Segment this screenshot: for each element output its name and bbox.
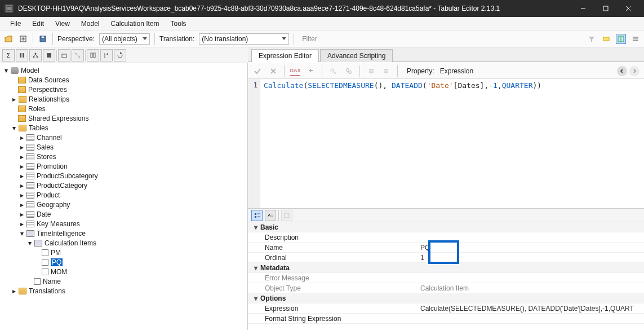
columns-icon[interactable]: [16, 49, 28, 61]
tree-table-key-measures[interactable]: ▸Key Measures: [1, 219, 246, 228]
propgrid-pages-icon[interactable]: [281, 210, 292, 221]
propgrid-category-options[interactable]: ▾Options: [248, 293, 644, 303]
indent-icon[interactable]: [366, 66, 376, 76]
menu-calculation-item[interactable]: Calculation Item: [106, 19, 164, 29]
save-icon[interactable]: [38, 34, 48, 44]
menu-model[interactable]: Model: [77, 19, 104, 29]
tree-table-product[interactable]: ▸Product: [1, 190, 246, 200]
tree-table-stores[interactable]: ▸Stores: [1, 152, 246, 161]
tree-ci-mom[interactable]: MOM: [1, 267, 246, 276]
property-grid[interactable]: ▾Basic Description NamePQ Ordinal1 ▾Meta…: [248, 222, 644, 330]
tree-perspectives[interactable]: Perspectives: [1, 85, 246, 94]
tree-translations[interactable]: ▸Translations: [1, 286, 246, 296]
folder-icon: [18, 105, 26, 112]
tree-model[interactable]: ▾Model: [1, 65, 246, 75]
propgrid-row-object-type[interactable]: Object TypeCalculation Item: [248, 283, 644, 293]
tree-relationships[interactable]: ▸Relationships: [1, 94, 246, 104]
separator: [359, 65, 360, 77]
svg-rect-18: [47, 53, 51, 58]
tree-table-sales[interactable]: ▸Sales: [1, 142, 246, 152]
categorized-icon[interactable]: [251, 210, 263, 221]
perspective-label: Perspective:: [57, 35, 95, 43]
svg-rect-21: [91, 53, 92, 58]
tree-table-date[interactable]: ▸Date: [1, 209, 246, 219]
partition-icon[interactable]: [43, 49, 55, 61]
svg-point-29: [349, 71, 352, 73]
tree-calculation-items[interactable]: ▾Calculation Items: [1, 238, 246, 248]
menu-tools[interactable]: Tools: [166, 19, 191, 29]
tree-shared-expressions[interactable]: Shared Expressions: [1, 113, 246, 123]
outdent-icon[interactable]: [381, 66, 392, 76]
menu-edit[interactable]: Edit: [28, 19, 48, 29]
replace-icon[interactable]: [344, 66, 354, 76]
tree-table-geography[interactable]: ▸Geography: [1, 200, 246, 209]
table-icon: [26, 221, 34, 227]
dax-formatter-icon[interactable]: DAX: [290, 66, 300, 76]
menu-view[interactable]: View: [51, 19, 74, 29]
expression-editor[interactable]: 1 Calculate(SELECTEDMEASURE(), DATEADD('…: [248, 79, 644, 209]
comment-icon[interactable]: [306, 66, 316, 76]
menu-file[interactable]: File: [6, 19, 25, 29]
tree-tables[interactable]: ▾Tables: [1, 123, 246, 133]
minimize-button[interactable]: [572, 0, 594, 17]
table-icon: [26, 211, 34, 218]
find-icon[interactable]: [328, 66, 338, 76]
filter-icon[interactable]: [587, 34, 597, 44]
tree-table-productcategory[interactable]: ▸ProductCategory: [1, 181, 246, 190]
tab-advanced-scripting[interactable]: Advanced Scripting: [320, 49, 393, 62]
panel-view-icon[interactable]: [616, 34, 626, 44]
alpha-sort-icon[interactable]: A: [100, 49, 113, 61]
nav-forward-icon[interactable]: [629, 66, 639, 76]
tree-table-productsubcategory[interactable]: ▸ProductSubcategory: [1, 171, 246, 181]
tree-roles[interactable]: Roles: [1, 104, 246, 113]
propgrid-row-description[interactable]: Description: [248, 232, 644, 243]
maximize-button[interactable]: [594, 0, 617, 17]
tree-column-name[interactable]: Name: [1, 276, 246, 286]
sigma-icon[interactable]: Σ: [2, 49, 15, 61]
calc-group-icon: [34, 240, 42, 247]
alphabetical-icon[interactable]: A↓: [265, 210, 276, 221]
calc-item-icon: [42, 249, 48, 256]
propgrid-category-basic[interactable]: ▾Basic: [248, 222, 644, 232]
column-icon: [34, 278, 41, 285]
display-folder-icon[interactable]: [58, 49, 70, 61]
tree-table-promotion[interactable]: ▸Promotion: [1, 161, 246, 171]
menu-bar: File Edit View Model Calculation Item To…: [0, 17, 644, 30]
property-dropdown[interactable]: Expression: [440, 67, 545, 75]
perspective-dropdown[interactable]: (All objects): [99, 33, 150, 45]
nav-back-icon[interactable]: [617, 66, 627, 76]
translation-dropdown[interactable]: (No translation): [199, 33, 289, 45]
tree-ci-pq[interactable]: PQ: [1, 257, 246, 267]
filter-input[interactable]: Filter: [299, 32, 582, 46]
tree-data-sources[interactable]: Data Sources: [1, 75, 246, 85]
tab-expression-editor[interactable]: Expression Editor: [251, 49, 319, 62]
close-button[interactable]: [617, 0, 639, 17]
highlight-icon[interactable]: [601, 34, 611, 44]
window-title: DESKTOP-HH1V9AQ\AnalysisServicesWorkspac…: [18, 5, 572, 12]
model-tree[interactable]: ▾Model Data Sources Perspectives ▸Relati…: [0, 63, 248, 330]
deploy-icon[interactable]: [18, 34, 28, 44]
list-view-icon[interactable]: [630, 34, 641, 44]
propgrid-category-metadata[interactable]: ▾Metadata: [248, 263, 644, 273]
propgrid-row-expression[interactable]: ExpressionCalculate(SELECTEDMEASURE(), D…: [248, 303, 644, 314]
hidden-icon[interactable]: [72, 49, 84, 61]
accept-icon[interactable]: [252, 66, 263, 76]
chevron-down-icon: [143, 37, 147, 40]
code-area[interactable]: Calculate(SELECTEDMEASURE(), DATEADD('Da…: [260, 79, 644, 208]
cancel-icon[interactable]: [268, 66, 278, 76]
propgrid-row-format-string-expression[interactable]: Format String Expression: [248, 314, 644, 324]
tree-table-timeintelligence[interactable]: ▾TimeIntelligence: [1, 228, 246, 238]
table-icon: [26, 173, 34, 179]
right-panel: DAX Property: Expression 1 Calculate(S: [248, 63, 644, 330]
svg-text:A: A: [106, 52, 109, 56]
separator: [284, 65, 285, 77]
hierarchy-icon[interactable]: [29, 49, 42, 61]
translation-label: Translation:: [159, 35, 194, 43]
sort-icon[interactable]: [87, 49, 99, 61]
propgrid-row-error[interactable]: Error Message: [248, 273, 644, 283]
tree-ci-pm[interactable]: PM: [1, 248, 246, 257]
refresh-icon[interactable]: [114, 49, 126, 61]
open-icon[interactable]: [3, 34, 14, 44]
tree-table-channel[interactable]: ▸Channel: [1, 133, 246, 142]
propgrid-row-name[interactable]: NamePQ: [248, 243, 644, 253]
